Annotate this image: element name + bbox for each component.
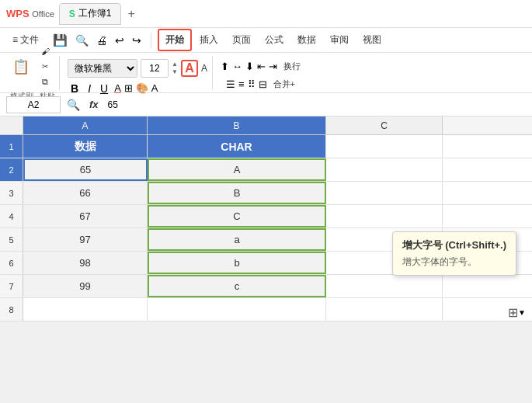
- bottom-bar: ⊞ ▼: [508, 305, 526, 320]
- align-middle-btn[interactable]: ↔: [232, 61, 242, 72]
- menu-home[interactable]: 开始: [158, 29, 192, 51]
- wrap-button[interactable]: 换行: [280, 59, 304, 74]
- spreadsheet: A B C 1 数据 CHAR 2 65 A 3 66 B 4 67: [0, 116, 532, 321]
- redo-icon[interactable]: ↪: [129, 33, 144, 48]
- merge-button[interactable]: 合并+: [270, 77, 298, 92]
- table-row: 3 66 B: [0, 182, 532, 205]
- justify-btn[interactable]: ⊟: [259, 78, 267, 90]
- cell-a2[interactable]: 65: [23, 158, 148, 181]
- cut-button[interactable]: ✂: [34, 60, 56, 74]
- menu-data[interactable]: 数据: [291, 30, 322, 50]
- row-num-6: 6: [0, 252, 23, 274]
- fx-button[interactable]: fx: [86, 99, 102, 110]
- bold-button[interactable]: B: [68, 81, 82, 96]
- menu-insert[interactable]: 插入: [193, 30, 224, 50]
- cell-c1[interactable]: [326, 135, 443, 158]
- row-num-2: 2: [0, 158, 23, 181]
- font-grow-button[interactable]: A: [181, 60, 198, 77]
- undo-icon[interactable]: ↩: [112, 33, 127, 48]
- table-row: 7 99 c: [0, 275, 532, 298]
- tab-label: 工作簿1: [78, 7, 112, 20]
- indent-decrease-btn[interactable]: ⇤: [257, 61, 266, 72]
- menu-page[interactable]: 页面: [226, 30, 257, 50]
- cell-c8[interactable]: [326, 298, 443, 321]
- cell-b2[interactable]: A: [148, 158, 326, 181]
- fill-color-btn[interactable]: 🎨: [136, 82, 148, 94]
- cell-c7[interactable]: [326, 275, 443, 297]
- cell-a7[interactable]: 99: [23, 275, 148, 297]
- menu-bar: ≡ 文件 💾 🔍 🖨 ↩ ↪ 开始 插入 页面 公式 数据 审阅 视图: [0, 28, 532, 53]
- dropdown-arrow[interactable]: ▼: [518, 308, 526, 317]
- cell-c3[interactable]: [326, 182, 443, 204]
- align-top-btn[interactable]: ⬆: [221, 61, 229, 72]
- align-group: ⬆ ↔ ⬇ ⇤ ⇥ 换行 ☰ ≡ ⠿ ⊟ 合并+: [216, 56, 308, 90]
- border-btn[interactable]: ⊞: [124, 82, 133, 94]
- col-header-a[interactable]: A: [23, 116, 148, 134]
- cell-b4[interactable]: C: [148, 205, 326, 228]
- table-row: 8: [0, 298, 532, 321]
- workbook-tab[interactable]: S 工作簿1: [59, 3, 122, 25]
- align-bottom-btn[interactable]: ⬇: [245, 61, 254, 72]
- print-icon[interactable]: 🖨: [93, 33, 110, 48]
- toolbar: 📋 🖌 ✂ ⧉ 格式刷 粘贴 微软雅黑: [0, 53, 532, 93]
- table-row: 2 65 A: [0, 158, 532, 182]
- font-shrink-button[interactable]: A: [201, 63, 207, 74]
- cell-b6[interactable]: b: [148, 252, 326, 274]
- cell-b8[interactable]: [148, 298, 326, 321]
- font-size-down[interactable]: ▼: [172, 68, 178, 76]
- paste-icon: 📋: [12, 58, 30, 75]
- cell-reference[interactable]: [6, 96, 61, 113]
- cell-a6[interactable]: 98: [23, 252, 148, 274]
- grid-options-icon[interactable]: ⊞: [508, 305, 518, 320]
- cell-b5[interactable]: a: [148, 228, 326, 251]
- table-row: 1 数据 CHAR: [0, 135, 532, 158]
- font-name-select[interactable]: 微软雅黑: [68, 59, 137, 78]
- cell-b3[interactable]: B: [148, 182, 326, 204]
- align-left-btn[interactable]: ☰: [226, 78, 235, 90]
- font-color-a: A: [114, 82, 121, 94]
- format-brush-button[interactable]: 🖌: [34, 44, 56, 58]
- indent-increase-btn[interactable]: ⇥: [269, 61, 277, 72]
- cell-b7[interactable]: c: [148, 275, 326, 297]
- cell-a4[interactable]: 67: [23, 205, 148, 228]
- font-group: 微软雅黑 ▲ ▼ A A B I U A ⊞ 🎨 A: [63, 56, 213, 90]
- tooltip-title: 增大字号 (Ctrl+Shift+.): [402, 238, 506, 252]
- cell-a3[interactable]: 66: [23, 182, 148, 204]
- align-right-btn[interactable]: ⠿: [248, 78, 256, 90]
- row-num-3: 3: [0, 182, 23, 204]
- copy-button[interactable]: ⧉: [34, 75, 56, 89]
- cell-a5[interactable]: 97: [23, 228, 148, 251]
- font-size-input[interactable]: [141, 59, 169, 78]
- format-brush-icon: 🖌: [41, 47, 50, 56]
- cell-a1[interactable]: 数据: [23, 135, 148, 158]
- cell-a8[interactable]: [23, 298, 148, 321]
- formula-input[interactable]: [105, 99, 526, 110]
- spreadsheet-area: A B C 1 数据 CHAR 2 65 A 3 66 B 4 67: [0, 116, 532, 321]
- col-header-c[interactable]: C: [326, 116, 443, 134]
- cell-c4[interactable]: [326, 205, 443, 228]
- align-center-btn[interactable]: ≡: [238, 78, 245, 90]
- zoom-icon[interactable]: 🔍: [64, 99, 83, 111]
- menu-review[interactable]: 审阅: [324, 30, 355, 50]
- search-icon[interactable]: 🔍: [72, 33, 92, 48]
- new-tab-button[interactable]: +: [127, 7, 134, 21]
- italic-button[interactable]: I: [85, 81, 94, 96]
- font-size-up[interactable]: ▲: [172, 61, 178, 68]
- row-num-7: 7: [0, 275, 23, 297]
- cell-b1[interactable]: CHAR: [148, 135, 326, 158]
- paste-button[interactable]: 📋: [9, 51, 33, 82]
- row-num-8: 8: [0, 298, 23, 321]
- menu-view[interactable]: 视图: [356, 30, 388, 50]
- col-header-b[interactable]: B: [148, 116, 326, 134]
- wps-logo: WPS Office: [6, 8, 54, 19]
- clipboard-group: 📋 🖌 ✂ ⧉ 格式刷 粘贴: [6, 56, 60, 90]
- corner-cell: [0, 116, 23, 134]
- tooltip-popup: 增大字号 (Ctrl+Shift+.) 增大字体的字号。: [392, 231, 516, 276]
- row-num-4: 4: [0, 205, 23, 228]
- formula-bar: 🔍 fx: [0, 93, 532, 116]
- underline-button[interactable]: U: [97, 81, 111, 96]
- text-color-btn[interactable]: A: [151, 82, 158, 94]
- menu-formula[interactable]: 公式: [259, 30, 290, 50]
- column-headers: A B C: [0, 116, 532, 135]
- cell-c2[interactable]: [326, 158, 443, 181]
